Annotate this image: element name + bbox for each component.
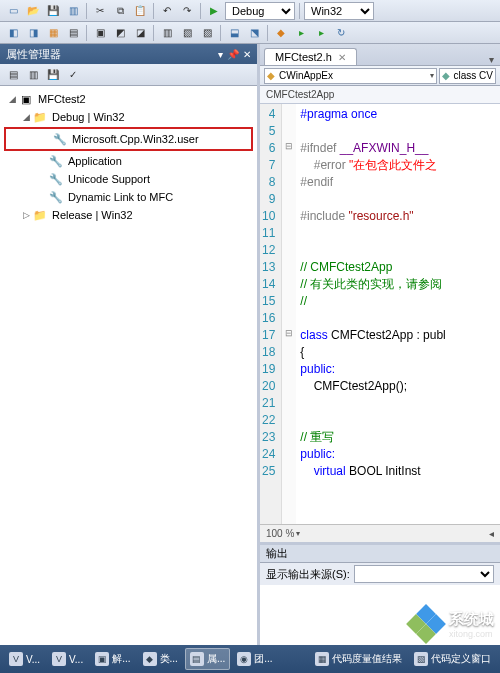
output-title: 输出 [260, 545, 500, 563]
zoom-bar: 100 %▾ ◂ [260, 524, 500, 542]
wrench-icon: 🔧 [48, 154, 64, 168]
new-icon[interactable]: ▭ [4, 2, 22, 20]
cut-icon[interactable]: ✂ [91, 2, 109, 20]
tool-icon[interactable]: ▤ [64, 24, 82, 42]
tree-item[interactable]: 🔧 Application [2, 152, 255, 170]
run-icon[interactable]: ▶ [205, 2, 223, 20]
tool-icon[interactable]: ▸ [312, 24, 330, 42]
dropdown-icon[interactable]: ▾ [487, 54, 496, 65]
save-icon[interactable]: 💾 [44, 2, 62, 20]
tool-icon[interactable]: ◩ [111, 24, 129, 42]
editor-tab[interactable]: MFCtest2.h ✕ [264, 48, 357, 65]
panel-title: 属性管理器 [6, 47, 61, 62]
redo-icon[interactable]: ↷ [178, 2, 196, 20]
tool-icon[interactable]: ✓ [64, 66, 82, 84]
wrench-icon: 🔧 [48, 172, 64, 186]
tool-icon[interactable]: ⬔ [245, 24, 263, 42]
tool-icon[interactable]: ↻ [332, 24, 350, 42]
tool-icon[interactable]: ⬓ [225, 24, 243, 42]
wrench-icon: 🔧 [52, 132, 68, 146]
output-panel: 输出 显示输出来源(S): [260, 542, 500, 645]
task-button-active[interactable]: ▤属... [185, 648, 230, 670]
tree-item[interactable]: 🔧 Unicode Support [2, 170, 255, 188]
editor-tabs: MFCtest2.h ✕ ▾ [260, 44, 500, 66]
tree-item-user[interactable]: 🔧 Microsoft.Cpp.Win32.user [6, 130, 251, 148]
editor-pane: MFCtest2.h ✕ ▾ ◆ CWinAppEx ▾ ◆ class CV … [260, 44, 500, 645]
tool-icon[interactable]: ◪ [131, 24, 149, 42]
tool-icon[interactable]: ▥ [158, 24, 176, 42]
tool-icon[interactable]: ▣ [91, 24, 109, 42]
task-button[interactable]: ◆类... [138, 648, 183, 670]
close-icon[interactable]: ✕ [338, 52, 346, 63]
task-button[interactable]: VV... [47, 648, 88, 670]
task-button[interactable]: ▦代码度量值结果 [310, 648, 407, 670]
task-button[interactable]: ▣解... [90, 648, 135, 670]
taskbar: VV... VV... ▣解... ◆类... ▤属... ◉团... ▦代码度… [0, 645, 500, 673]
pin-icon[interactable]: 📌 [227, 49, 239, 60]
member-combo[interactable]: ◆ class CV [439, 68, 496, 84]
tool-icon[interactable]: ▦ [44, 24, 62, 42]
platform-combo[interactable]: Win32 [304, 2, 374, 20]
tree-folder-release[interactable]: ▷ 📁 Release | Win32 [2, 206, 255, 224]
config-combo[interactable]: Debug [225, 2, 295, 20]
undo-icon[interactable]: ↶ [158, 2, 176, 20]
tree-folder-debug[interactable]: ◢ 📁 Debug | Win32 [2, 108, 255, 126]
folder-icon: 📁 [32, 208, 48, 222]
open-icon[interactable]: 📂 [24, 2, 42, 20]
tool-icon[interactable]: ▥ [24, 66, 42, 84]
fold-column[interactable]: ⊟⊟ [282, 104, 296, 524]
main-toolbar: ▭ 📂 💾 ▥ ✂ ⧉ 📋 ↶ ↷ ▶ Debug Win32 [0, 0, 500, 22]
task-button[interactable]: ▧代码定义窗口 [409, 648, 496, 670]
panel-toolbar: ▤ ▥ 💾 ✓ [0, 64, 257, 86]
tool-icon[interactable]: ◧ [4, 24, 22, 42]
saveall-icon[interactable]: ▥ [64, 2, 82, 20]
copy-icon[interactable]: ⧉ [111, 2, 129, 20]
task-button[interactable]: ◉团... [232, 648, 277, 670]
collapse-icon[interactable]: ◢ [6, 94, 18, 104]
code-content[interactable]: #pragma once #ifndef __AFXWIN_H__ #error… [296, 104, 449, 524]
task-button[interactable]: VV... [4, 648, 45, 670]
tool-icon[interactable]: ▤ [4, 66, 22, 84]
editor-navbar: ◆ CWinAppEx ▾ ◆ class CV [260, 66, 500, 86]
code-editor[interactable]: 45678910111213141516171819202122232425 ⊟… [260, 104, 500, 524]
folder-icon: 📁 [32, 110, 48, 124]
wrench-icon: 🔧 [48, 190, 64, 204]
breadcrumb[interactable]: CMFCtest2App [260, 86, 500, 104]
highlighted-item: 🔧 Microsoft.Cpp.Win32.user [4, 127, 253, 151]
tool-icon[interactable]: ◆ [272, 24, 290, 42]
project-icon: ▣ [18, 92, 34, 106]
property-manager-pane: 属性管理器 ▾ 📌 ✕ ▤ ▥ 💾 ✓ ◢ ▣ MFCtest2 ◢ 📁 Deb… [0, 44, 260, 645]
close-icon[interactable]: ✕ [243, 49, 251, 60]
tool-icon[interactable]: ▧ [178, 24, 196, 42]
tool-icon[interactable]: ◨ [24, 24, 42, 42]
output-body[interactable] [260, 585, 500, 645]
collapse-icon[interactable]: ◢ [20, 112, 32, 122]
output-source-combo[interactable] [354, 565, 494, 583]
tree-item[interactable]: 🔧 Dynamic Link to MFC [2, 188, 255, 206]
scope-combo[interactable]: ◆ CWinAppEx ▾ [264, 68, 437, 84]
scroll-left-icon[interactable]: ◂ [489, 528, 494, 539]
tool-icon[interactable]: ▸ [292, 24, 310, 42]
expand-icon[interactable]: ▷ [20, 210, 32, 220]
output-source-label: 显示输出来源(S): [266, 567, 350, 582]
dropdown-icon[interactable]: ▾ [218, 49, 223, 60]
tool-icon[interactable]: ▨ [198, 24, 216, 42]
tool-icon[interactable]: 💾 [44, 66, 62, 84]
tree-root[interactable]: ◢ ▣ MFCtest2 [2, 90, 255, 108]
paste-icon[interactable]: 📋 [131, 2, 149, 20]
sub-toolbar: ◧ ◨ ▦ ▤ ▣ ◩ ◪ ▥ ▧ ▨ ⬓ ⬔ ◆ ▸ ▸ ↻ [0, 22, 500, 44]
line-numbers: 45678910111213141516171819202122232425 [260, 104, 282, 524]
panel-titlebar: 属性管理器 ▾ 📌 ✕ [0, 44, 257, 64]
property-tree[interactable]: ◢ ▣ MFCtest2 ◢ 📁 Debug | Win32 🔧 Microso… [0, 86, 257, 645]
